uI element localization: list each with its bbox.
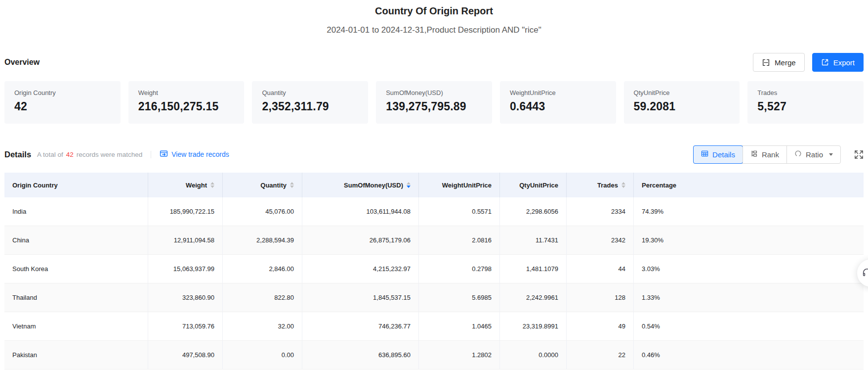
stat-card-label: Trades: [757, 89, 854, 96]
table-row[interactable]: Vietnam 713,059.76 32.00 746,236.77 1.04…: [4, 312, 864, 341]
fullscreen-icon: [854, 150, 864, 159]
match-summary-suffix: records were matched: [77, 151, 143, 158]
cell-qty-unit-price: 0.0000: [500, 341, 567, 369]
stat-card: SumOfMoney(USD) 139,275,795.89: [376, 81, 492, 124]
table-row[interactable]: Pakistan 497,508.90 0.00 636,895.60 1.28…: [4, 341, 864, 370]
column-header-sum-of-money[interactable]: SumOfMoney(USD): [302, 173, 419, 197]
trade-records-icon: [160, 149, 168, 159]
stat-card-label: Quantity: [262, 89, 358, 96]
view-trade-records-label: View trade records: [171, 150, 229, 158]
column-header-percentage: Percentage: [634, 173, 864, 197]
merge-button[interactable]: Merge: [753, 53, 805, 72]
cell-quantity: 0.00: [223, 341, 302, 369]
cell-origin-country: China: [4, 226, 148, 254]
tab-details[interactable]: Details: [694, 146, 743, 163]
column-label: WeightUnitPrice: [442, 182, 492, 189]
tab-ratio[interactable]: Ratio: [786, 146, 840, 163]
column-label: Origin Country: [12, 182, 58, 189]
stat-card: Origin Country 42: [4, 81, 121, 124]
report-subtitle: 2024-01-01 to 2024-12-31,Product Descrip…: [4, 25, 864, 35]
export-icon: [821, 58, 829, 66]
column-label: Quantity: [260, 182, 287, 189]
cell-weight-unit-price: 5.6985: [419, 283, 500, 312]
column-header-quantity[interactable]: Quantity: [223, 173, 302, 197]
cell-quantity: 2,846.00: [223, 255, 302, 283]
stat-card-value: 0.6443: [510, 100, 606, 113]
column-label: Percentage: [642, 182, 676, 189]
stat-card-label: SumOfMoney(USD): [386, 89, 482, 96]
column-header-weight-unit-price: WeightUnitPrice: [419, 173, 500, 197]
stat-card-value: 216,150,275.15: [138, 100, 235, 113]
stat-card-label: Weight: [138, 89, 235, 96]
stat-card: WeightUnitPrice 0.6443: [500, 81, 616, 124]
column-header-qty-unit-price: QtyUnitPrice: [500, 173, 567, 197]
cell-sum-of-money: 103,611,944.08: [302, 197, 419, 226]
stat-card-label: Origin Country: [14, 89, 111, 96]
table-body: India 185,990,722.15 45,076.00 103,611,9…: [4, 197, 864, 370]
cell-origin-country: Pakistan: [4, 341, 148, 369]
details-table: Origin Country Weight Quantity SumOfMone…: [4, 173, 864, 370]
sort-control[interactable]: [290, 182, 294, 188]
cell-origin-country: Vietnam: [4, 312, 148, 340]
table-row[interactable]: China 12,911,094.58 2,288,594.39 26,875,…: [4, 226, 864, 255]
cell-percentage: 0.46%: [634, 341, 864, 369]
cell-weight: 12,911,094.58: [148, 226, 223, 254]
cell-weight: 713,059.76: [148, 312, 223, 340]
tab-rank[interactable]: Rank: [743, 146, 786, 163]
chevron-down-icon: [829, 153, 833, 156]
column-header-trades[interactable]: Trades: [567, 173, 634, 197]
cell-trades: 2342: [567, 226, 634, 254]
cell-origin-country: India: [4, 197, 148, 226]
cell-percentage: 74.39%: [634, 197, 864, 226]
column-label: QtyUnitPrice: [519, 182, 558, 189]
column-label: Weight: [186, 182, 207, 189]
cell-qty-unit-price: 2,298.6056: [500, 197, 567, 226]
cell-weight: 185,990,722.15: [148, 197, 223, 226]
merge-cells-icon: [762, 58, 770, 67]
cell-weight-unit-price: 1.0465: [419, 312, 500, 340]
column-label: SumOfMoney(USD): [344, 182, 403, 189]
table-header-row: Origin Country Weight Quantity SumOfMone…: [4, 173, 864, 197]
overview-cards: Origin Country 42 Weight 216,150,275.15 …: [4, 81, 864, 124]
cell-percentage: 1.33%: [634, 283, 864, 312]
details-header-row: Details A total of 42 records were match…: [4, 145, 864, 164]
cell-quantity: 2,288,594.39: [223, 226, 302, 254]
column-header-weight[interactable]: Weight: [148, 173, 223, 197]
cell-percentage: 0.54%: [634, 312, 864, 340]
cell-origin-country: South Korea: [4, 255, 148, 283]
cell-qty-unit-price: 23,319.8991: [500, 312, 567, 340]
cell-trades: 44: [567, 255, 634, 283]
table-row[interactable]: Thailand 323,860.90 822.80 1,845,537.15 …: [4, 283, 864, 312]
sort-control[interactable]: [621, 182, 625, 188]
cell-percentage: 3.03%: [634, 255, 864, 283]
rank-icon: [750, 150, 758, 159]
export-button[interactable]: Export: [812, 53, 864, 72]
stat-card: Trades 5,527: [747, 81, 864, 124]
cell-sum-of-money: 1,845,537.15: [302, 283, 419, 312]
cell-weight-unit-price: 0.5571: [419, 197, 500, 226]
fullscreen-button[interactable]: [854, 150, 864, 159]
stat-card-value: 2,352,311.79: [262, 100, 358, 113]
table-row[interactable]: South Korea 15,063,937.99 2,846.00 4,215…: [4, 255, 864, 283]
stat-card-value: 5,527: [757, 100, 854, 113]
stat-card-value: 59.2081: [634, 100, 730, 113]
stat-card-label: WeightUnitPrice: [510, 89, 606, 96]
cell-sum-of-money: 636,895.60: [302, 341, 419, 369]
cell-qty-unit-price: 11.7431: [500, 226, 567, 254]
report-toolbar: Merge Export: [753, 53, 864, 72]
sort-control-active-desc[interactable]: [407, 182, 411, 188]
cell-qty-unit-price: 2,242.9961: [500, 283, 567, 312]
cell-weight: 15,063,937.99: [148, 255, 223, 283]
view-switcher: Details Rank: [693, 145, 841, 164]
stat-card: QtyUnitPrice 59.2081: [624, 81, 740, 124]
tab-ratio-label: Ratio: [806, 150, 823, 159]
table-view-icon: [701, 150, 708, 159]
report-page: Country Of Origin Report 2024-01-01 to 2…: [0, 0, 868, 370]
page-title: Country Of Origin Report: [4, 0, 864, 17]
view-trade-records-link[interactable]: View trade records: [160, 149, 229, 159]
stat-card: Quantity 2,352,311.79: [252, 81, 368, 124]
table-row[interactable]: India 185,990,722.15 45,076.00 103,611,9…: [4, 197, 864, 226]
cell-quantity: 32.00: [223, 312, 302, 340]
sort-control[interactable]: [210, 182, 214, 188]
cell-origin-country: Thailand: [4, 283, 148, 312]
